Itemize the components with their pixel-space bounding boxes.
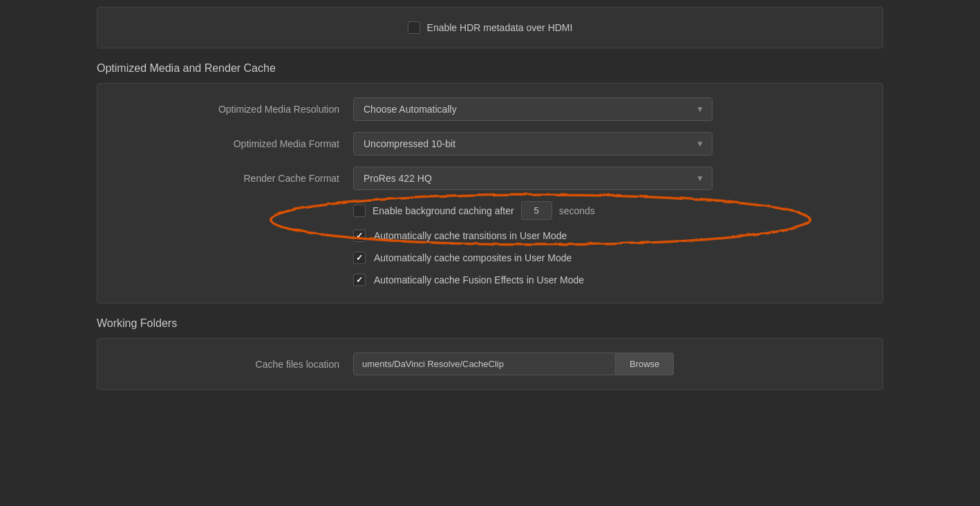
render-cache-label: Render Cache Format — [118, 173, 353, 184]
hdr-label: Enable HDR metadata over HDMI — [427, 22, 573, 33]
working-folders-title: Working Folders — [97, 317, 883, 330]
hdr-checkbox-row: Enable HDR metadata over HDMI — [408, 21, 573, 34]
composites-checkbox[interactable] — [353, 252, 366, 264]
fusion-label: Automatically cache Fusion Effects in Us… — [374, 274, 584, 285]
transitions-row: Automatically cache transitions in User … — [118, 229, 862, 242]
optimized-media-title: Optimized Media and Render Cache — [97, 62, 883, 75]
bg-cache-seconds-input[interactable] — [521, 201, 552, 220]
resolution-row: Optimized Media Resolution Choose Automa… — [118, 97, 862, 121]
format-row: Optimized Media Format Uncompressed 10-b… — [118, 132, 862, 156]
hdr-checkbox[interactable] — [408, 21, 420, 34]
format-select-wrapper: Uncompressed 10-bit DNxHR SQ ProRes 422 … — [353, 132, 713, 156]
composites-checkbox-group: Automatically cache composites in User M… — [353, 252, 572, 264]
composites-row: Automatically cache composites in User M… — [118, 252, 862, 264]
transitions-checkbox[interactable] — [353, 229, 366, 242]
hdr-section: Enable HDR metadata over HDMI — [97, 7, 883, 48]
optimized-media-card: Optimized Media Resolution Choose Automa… — [97, 83, 883, 303]
bg-cache-inner: Enable background caching after seconds — [353, 201, 595, 220]
bg-cache-row: Enable background caching after seconds — [118, 201, 862, 220]
fusion-checkbox[interactable] — [353, 274, 366, 286]
resolution-select[interactable]: Choose Automatically Original Half Quart… — [353, 97, 713, 121]
bg-cache-container: Enable background caching after seconds — [118, 201, 862, 220]
transitions-label: Automatically cache transitions in User … — [374, 230, 567, 241]
composites-label: Automatically cache composites in User M… — [374, 252, 572, 263]
render-cache-select[interactable]: ProRes 422 HQ ProRes 422 DNxHR SQ Uncomp… — [353, 167, 713, 190]
bg-cache-seconds-label: seconds — [559, 205, 595, 216]
format-label: Optimized Media Format — [118, 138, 353, 149]
browse-button[interactable]: Browse — [616, 353, 674, 375]
cache-location-row: Cache files location Browse — [118, 353, 862, 375]
format-select[interactable]: Uncompressed 10-bit DNxHR SQ ProRes 422 … — [353, 132, 713, 156]
working-folders-card: Cache files location Browse — [97, 338, 883, 390]
resolution-label: Optimized Media Resolution — [118, 104, 353, 115]
cache-location-label: Cache files location — [118, 359, 353, 370]
bg-cache-checkbox[interactable] — [353, 205, 366, 217]
fusion-checkbox-group: Automatically cache Fusion Effects in Us… — [353, 274, 584, 286]
cache-path-input[interactable] — [353, 353, 616, 375]
render-cache-row: Render Cache Format ProRes 422 HQ ProRes… — [118, 167, 862, 190]
transitions-checkbox-group: Automatically cache transitions in User … — [353, 229, 567, 242]
resolution-select-wrapper: Choose Automatically Original Half Quart… — [353, 97, 713, 121]
render-cache-select-wrapper: ProRes 422 HQ ProRes 422 DNxHR SQ Uncomp… — [353, 167, 713, 190]
fusion-row: Automatically cache Fusion Effects in Us… — [118, 274, 862, 286]
bg-cache-label: Enable background caching after — [373, 205, 514, 216]
